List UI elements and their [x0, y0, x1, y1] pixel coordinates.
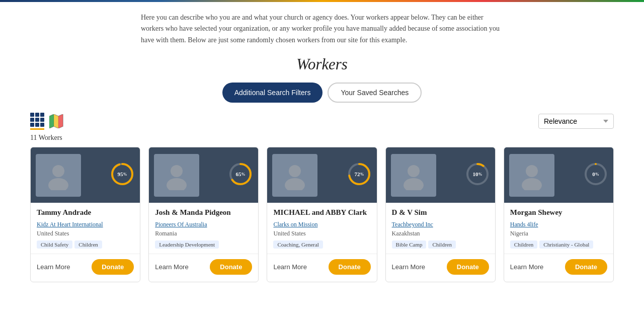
tag: Children — [74, 240, 102, 249]
worker-photo — [36, 154, 81, 197]
progress-circle: 10% — [465, 162, 490, 189]
worker-location: Kazakhstan — [392, 230, 489, 237]
intro-section: Here you can describe who you are and wh… — [131, 12, 513, 46]
card-header: 65% — [149, 147, 258, 203]
worker-card: 72% MICHAEL and ABBY Clark Clarks on Mis… — [267, 147, 377, 282]
workers-title: Workers — [0, 56, 644, 73]
card-body: Morgan Shewey Hands 4life Nigeria Childr… — [504, 203, 613, 254]
grid-view-button[interactable] — [30, 113, 44, 127]
worker-card: 10% D & V Sim Teachbeyond Inc Kazakhstan… — [385, 147, 496, 282]
svg-point-26 — [526, 165, 538, 177]
card-body: MICHAEL and ABBY Clark Clarks on Mission… — [267, 203, 376, 254]
worker-org[interactable]: Teachbeyond Inc — [392, 221, 489, 228]
card-header: 95% — [31, 147, 140, 203]
worker-count: 11 Workers — [15, 134, 629, 142]
worker-location: Nigeria — [510, 230, 607, 237]
svg-point-6 — [52, 165, 64, 177]
worker-org[interactable]: Kidz At Heart International — [37, 221, 134, 228]
worker-card: 95% Tammy Andrade Kidz At Heart Internat… — [30, 147, 140, 282]
progress-circle: 72% — [347, 162, 372, 189]
tag: Coaching, General — [273, 240, 323, 249]
sort-select[interactable]: Relevance Name A-Z Name Z-A Newest — [538, 114, 614, 129]
tag: Child Safety — [37, 240, 72, 249]
worker-name: Josh & Manda Pidgeon — [155, 208, 252, 218]
card-footer: Learn More Donate — [504, 254, 613, 282]
card-footer: Learn More Donate — [149, 254, 258, 282]
top-bar — [0, 0, 644, 2]
tags: Leadership Development — [155, 240, 252, 249]
tags: ChildrenChristianity - Global — [510, 240, 607, 249]
worker-card: 65% Josh & Manda Pidgeon Pioneers Of Aus… — [148, 147, 259, 282]
worker-location: United States — [273, 230, 370, 237]
tag: Bible Camp — [392, 240, 427, 249]
cards-container: 95% Tammy Andrade Kidz At Heart Internat… — [15, 147, 629, 282]
worker-photo — [391, 154, 436, 197]
svg-point-17 — [285, 178, 305, 190]
card-body: Josh & Manda Pidgeon Pioneers Of Austral… — [149, 203, 258, 254]
card-footer: Learn More Donate — [31, 254, 140, 282]
progress-circle: 0% — [583, 162, 608, 189]
worker-card: 0% Morgan Shewey Hands 4life Nigeria Chi… — [504, 147, 614, 282]
learn-more-button[interactable]: Learn More — [510, 263, 543, 271]
card-footer: Learn More Donate — [386, 254, 495, 282]
tags: Bible CampChildren — [392, 240, 489, 249]
worker-name: MICHAEL and ABBY Clark — [273, 208, 370, 218]
tags: Child SafetyChildren — [37, 240, 134, 249]
learn-more-button[interactable]: Learn More — [155, 263, 188, 271]
worker-org[interactable]: Hands 4life — [510, 221, 607, 228]
toolbar-left — [30, 113, 63, 130]
card-body: Tammy Andrade Kidz At Heart Internationa… — [31, 203, 140, 254]
donate-button[interactable]: Donate — [210, 259, 252, 275]
toolbar: Relevance Name A-Z Name Z-A Newest — [15, 113, 629, 130]
saved-searches-button[interactable]: Your Saved Searches — [328, 83, 422, 103]
svg-point-21 — [408, 165, 420, 177]
card-header: 0% — [504, 147, 613, 203]
additional-search-filters-button[interactable]: Additional Search Filters — [222, 83, 323, 103]
card-footer: Learn More Donate — [267, 254, 376, 282]
learn-more-button[interactable]: Learn More — [273, 263, 306, 271]
svg-point-11 — [171, 165, 183, 177]
svg-point-27 — [522, 178, 542, 190]
svg-text:10%: 10% — [472, 171, 482, 177]
donate-button[interactable]: Donate — [565, 259, 607, 275]
worker-org[interactable]: Pioneers Of Australia — [155, 221, 252, 228]
tags: Coaching, General — [273, 240, 370, 249]
card-header: 72% — [267, 147, 376, 203]
svg-point-16 — [289, 165, 301, 177]
filter-buttons: Additional Search Filters Your Saved Sea… — [0, 83, 644, 103]
svg-text:95%: 95% — [118, 171, 127, 177]
map-view-button[interactable] — [49, 114, 63, 128]
worker-name: Tammy Andrade — [37, 208, 134, 218]
svg-text:65%: 65% — [236, 171, 246, 177]
grid-view-wrapper — [30, 113, 44, 130]
worker-name: D & V Sim — [392, 208, 489, 218]
card-body: D & V Sim Teachbeyond Inc Kazakhstan Bib… — [386, 203, 495, 254]
learn-more-button[interactable]: Learn More — [37, 263, 70, 271]
donate-button[interactable]: Donate — [92, 259, 134, 275]
tag: Leadership Development — [155, 240, 219, 249]
worker-photo — [272, 154, 317, 197]
tag: Children — [428, 240, 456, 249]
worker-org[interactable]: Clarks on Mission — [273, 221, 370, 228]
progress-circle: 95% — [110, 162, 135, 189]
worker-name: Morgan Shewey — [510, 208, 607, 218]
learn-more-button[interactable]: Learn More — [392, 263, 425, 271]
svg-point-22 — [404, 178, 424, 190]
donate-button[interactable]: Donate — [447, 259, 489, 275]
donate-button[interactable]: Donate — [329, 259, 371, 275]
progress-circle: 65% — [228, 162, 253, 189]
svg-marker-3 — [49, 114, 54, 128]
sort-wrapper: Relevance Name A-Z Name Z-A Newest — [538, 114, 614, 129]
svg-point-12 — [167, 178, 187, 190]
tag: Christianity - Global — [539, 240, 593, 249]
intro-text: Here you can describe who you are and wh… — [141, 12, 503, 46]
tag: Children — [510, 240, 538, 249]
worker-photo — [154, 154, 199, 197]
svg-marker-5 — [58, 114, 63, 128]
svg-text:0%: 0% — [592, 171, 599, 177]
card-header: 10% — [386, 147, 495, 203]
svg-point-7 — [48, 178, 68, 190]
svg-text:72%: 72% — [354, 171, 364, 177]
worker-location: Romania — [155, 230, 252, 237]
svg-marker-4 — [54, 114, 58, 128]
